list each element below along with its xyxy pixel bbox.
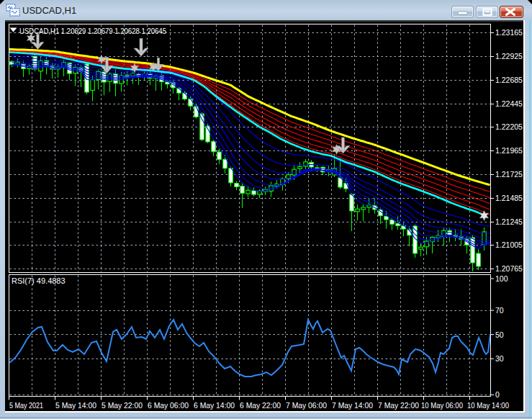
svg-text:100: 100 — [495, 274, 508, 283]
svg-text:1.21005: 1.21005 — [495, 240, 523, 249]
svg-text:1.22205: 1.22205 — [495, 122, 523, 131]
svg-text:1.22685: 1.22685 — [495, 76, 523, 84]
svg-text:6 May 06:00: 6 May 06:00 — [148, 401, 189, 410]
svg-text:5 May 22:00: 5 May 22:00 — [102, 401, 143, 410]
svg-text:5 May 2021: 5 May 2021 — [9, 401, 43, 410]
svg-text:30: 30 — [495, 354, 504, 363]
svg-text:1.22925: 1.22925 — [495, 52, 523, 60]
svg-text:7 May 14:00: 7 May 14:00 — [332, 401, 373, 410]
svg-text:1.22445: 1.22445 — [495, 99, 523, 108]
svg-text:1.21965: 1.21965 — [495, 146, 523, 155]
svg-text:0: 0 — [495, 390, 500, 399]
svg-text:7 May 22:00: 7 May 22:00 — [378, 401, 419, 410]
svg-text:1.20765: 1.20765 — [495, 264, 523, 273]
svg-text:RSI(7) 49.4883: RSI(7) 49.4883 — [12, 276, 66, 285]
svg-text:70: 70 — [495, 306, 504, 315]
svg-text:50: 50 — [495, 330, 504, 339]
svg-text:1.21485: 1.21485 — [495, 194, 523, 202]
svg-text:6 May 14:00: 6 May 14:00 — [194, 401, 235, 410]
svg-text:USDCAD,H1 1.20629 1.20679 1.20: USDCAD,H1 1.20629 1.20679 1.20628 1.2064… — [19, 27, 166, 35]
svg-text:10 May 06:00: 10 May 06:00 — [421, 401, 463, 410]
svg-text:1.23165: 1.23165 — [495, 28, 523, 37]
svg-text:5 May 14:00: 5 May 14:00 — [55, 401, 96, 410]
svg-text:1.21725: 1.21725 — [495, 170, 523, 179]
svg-text:10 May 14:00: 10 May 14:00 — [467, 401, 509, 410]
svg-text:6 May 22:00: 6 May 22:00 — [240, 401, 281, 410]
svg-text:7 May 06:00: 7 May 06:00 — [286, 401, 327, 410]
svg-text:1.21245: 1.21245 — [495, 217, 523, 226]
